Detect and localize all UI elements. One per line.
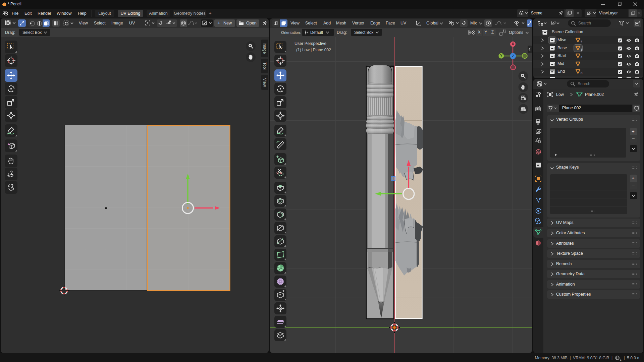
svg-text:Y: Y bbox=[500, 54, 502, 58]
svg-text:Z: Z bbox=[512, 54, 514, 58]
svg-text:X: X bbox=[512, 42, 514, 46]
